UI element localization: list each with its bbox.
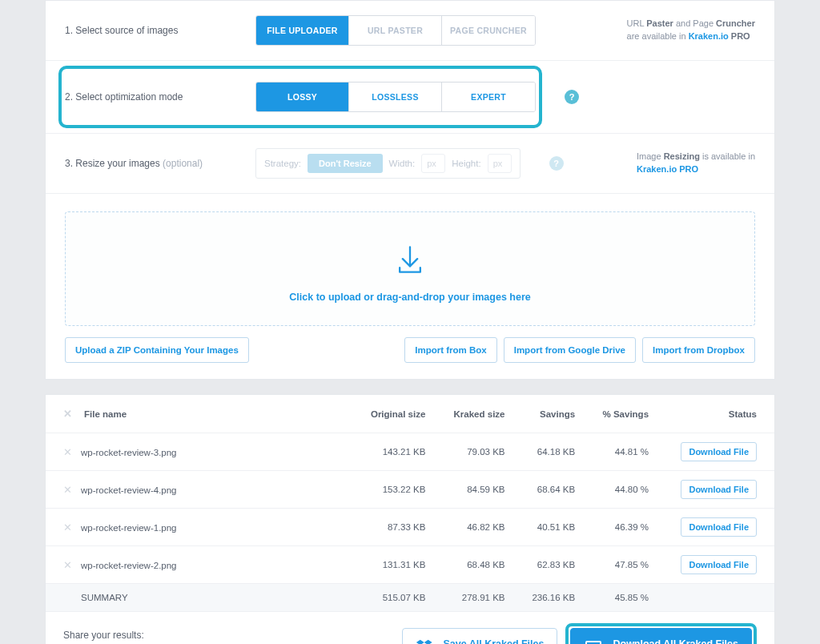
step-2-row: 2. Select optimization mode LOSSY LOSSLE… (46, 61, 774, 134)
step-2-label: 2. Select optimization mode (65, 91, 241, 103)
download-file-button[interactable]: Download File (681, 555, 757, 574)
import-gdrive-button[interactable]: Import from Google Drive (504, 337, 636, 363)
step-3-note: Image Resizing is available in Kraken.io… (637, 151, 755, 176)
step-1-label: 1. Select source of images (65, 25, 241, 36)
summary-kraked: 278.91 KB (435, 584, 514, 612)
save-dropbox-button[interactable]: Save All Kraked Files in your Dropbox (402, 628, 557, 645)
cell-orig: 143.21 KB (352, 433, 435, 471)
cell-orig: 87.33 KB (352, 509, 435, 546)
remove-row-icon[interactable]: ✕ (63, 484, 74, 496)
strategy-label: Strategy: (264, 159, 301, 168)
th-savings: Savings (514, 395, 585, 433)
tab-file-uploader[interactable]: FILE UPLOADER (256, 16, 349, 45)
cell-save: 64.18 KB (514, 433, 585, 471)
dropzone-text: Click to upload or drag-and-drop your im… (66, 292, 754, 303)
upload-dropzone[interactable]: Click to upload or drag-and-drop your im… (65, 211, 755, 326)
mode-tabs: LOSSY LOSSLESS EXPERT (255, 82, 536, 112)
th-status: Status (658, 395, 774, 433)
download-file-button[interactable]: Download File (681, 442, 757, 461)
height-input[interactable]: px (488, 154, 512, 173)
remove-row-icon[interactable]: ✕ (63, 559, 74, 571)
table-row: ✕wp-rocket-review-4.png 153.22 KB 84.59 … (46, 471, 774, 509)
tab-page-cruncher[interactable]: PAGE CRUNCHER (442, 16, 535, 45)
remove-row-icon[interactable]: ✕ (63, 521, 74, 533)
source-tabs: FILE UPLOADER URL PASTER PAGE CRUNCHER (255, 15, 536, 46)
summary-pct: 45.85 % (585, 584, 658, 612)
tab-expert[interactable]: EXPERT (442, 83, 535, 111)
summary-save: 236.16 KB (514, 584, 585, 612)
summary-label: SUMMARY (46, 584, 352, 612)
cell-pct: 46.39 % (585, 509, 658, 546)
resize-controls: Strategy: Don't Resize Width: px Height:… (255, 148, 521, 179)
pro-link[interactable]: Kraken.io PRO (689, 31, 750, 41)
results-table: ✕File name Original size Kraked size Sav… (46, 395, 774, 612)
height-label: Height: (452, 159, 480, 168)
cell-kraked: 79.03 KB (435, 433, 514, 471)
th-kraked: Kraked size (435, 395, 514, 433)
cell-filename: wp-rocket-review-1.png (81, 523, 177, 533)
width-label: Width: (389, 159, 416, 168)
cell-orig: 153.22 KB (352, 471, 435, 509)
summary-row: SUMMARY 515.07 KB 278.91 KB 236.16 KB 45… (46, 584, 774, 612)
share-row: Share your results: Share on Twitter Sha… (46, 612, 774, 644)
step-3-label: 3. Resize your images (optional) (65, 158, 241, 169)
strategy-value[interactable]: Don't Resize (308, 154, 383, 173)
share-label: Share your results: (63, 630, 255, 641)
step-1-row: 1. Select source of images FILE UPLOADER… (46, 1, 774, 61)
cell-filename: wp-rocket-review-3.png (81, 448, 177, 457)
download-all-button[interactable]: Download All Kraked Files in a ZIP archi… (570, 628, 752, 644)
cell-orig: 131.31 KB (352, 546, 435, 584)
cell-kraked: 46.82 KB (435, 509, 514, 546)
th-pct: % Savings (585, 395, 658, 433)
remove-row-icon[interactable]: ✕ (63, 446, 74, 458)
help-icon[interactable]: ? (565, 90, 579, 104)
clear-all-icon[interactable]: ✕ (63, 408, 78, 420)
summary-orig: 515.07 KB (352, 584, 435, 612)
download-all-title: Download All Kraked Files (613, 638, 738, 644)
cell-save: 40.51 KB (514, 509, 585, 546)
cell-filename: wp-rocket-review-2.png (81, 561, 177, 570)
import-button-row: Upload a ZIP Containing Your Images Impo… (46, 337, 774, 379)
download-highlight: Download All Kraked Files in a ZIP archi… (565, 623, 757, 644)
table-row: ✕wp-rocket-review-3.png 143.21 KB 79.03 … (46, 433, 774, 471)
pro-link[interactable]: Kraken.io PRO (637, 164, 698, 174)
cell-kraked: 84.59 KB (435, 471, 514, 509)
table-row: ✕wp-rocket-review-1.png 87.33 KB 46.82 K… (46, 509, 774, 546)
dropbox-icon (416, 638, 433, 645)
cell-pct: 47.85 % (585, 546, 658, 584)
tab-lossless[interactable]: LOSSLESS (349, 83, 442, 111)
import-dropbox-button[interactable]: Import from Dropbox (642, 337, 755, 363)
width-input[interactable]: px (421, 154, 445, 173)
tab-lossy[interactable]: LOSSY (256, 83, 349, 111)
cell-save: 68.64 KB (514, 471, 585, 509)
zip-archive-icon (584, 638, 603, 644)
help-icon[interactable]: ? (549, 156, 564, 171)
cell-pct: 44.80 % (585, 471, 658, 509)
download-file-button[interactable]: Download File (681, 480, 757, 499)
upload-zip-button[interactable]: Upload a ZIP Containing Your Images (65, 337, 249, 363)
download-file-button[interactable]: Download File (681, 517, 757, 537)
step-3-row: 3. Resize your images (optional) Strateg… (46, 134, 774, 194)
cell-filename: wp-rocket-review-4.png (81, 485, 177, 495)
share-block: Share your results: Share on Twitter Sha… (63, 630, 258, 645)
results-card: ✕File name Original size Kraked size Sav… (45, 394, 775, 644)
table-row: ✕wp-rocket-review-2.png 131.31 KB 68.48 … (46, 546, 774, 584)
step-1-note: URL Paster and Page Cruncher are availab… (627, 18, 755, 43)
tab-url-paster[interactable]: URL PASTER (349, 16, 442, 45)
cell-kraked: 68.48 KB (435, 546, 514, 584)
import-box-button[interactable]: Import from Box (404, 337, 496, 363)
download-arrow-icon (66, 243, 754, 280)
save-dropbox-title: Save All Kraked Files (443, 638, 544, 644)
th-filename: File name (84, 409, 127, 419)
th-original: Original size (352, 395, 435, 433)
cell-pct: 44.81 % (585, 433, 658, 471)
cell-save: 62.83 KB (514, 546, 585, 584)
